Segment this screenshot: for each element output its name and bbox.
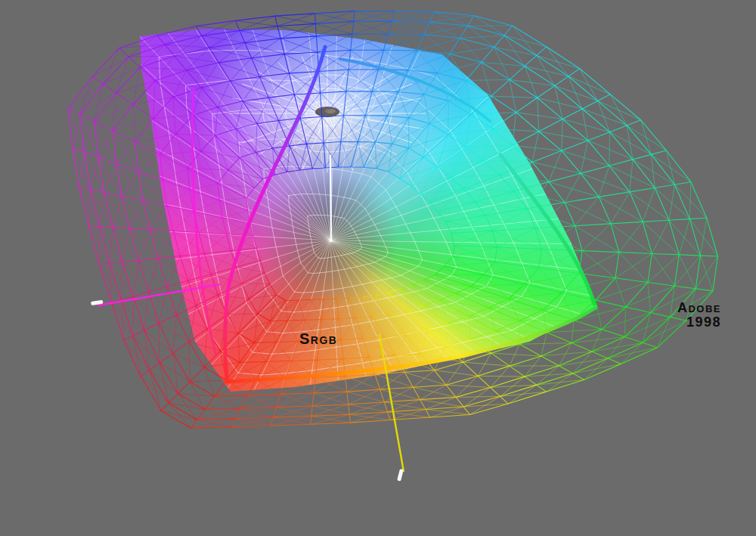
adobe1998-gamut-label: Adobe 1998: [659, 301, 721, 330]
l-axis: [330, 155, 331, 242]
gamut-scene: [0, 0, 756, 536]
b-axis-pointer-label-tag: [397, 469, 404, 482]
gamut-3d-view: Srgb Adobe 1998: [0, 0, 756, 536]
adobe-label-line2: 1998: [659, 315, 721, 330]
red-yellow-green-bottom-edge: [227, 308, 596, 382]
adobe-label-line1: Adobe: [659, 301, 721, 315]
srgb-gamut-label: Srgb: [299, 331, 337, 347]
